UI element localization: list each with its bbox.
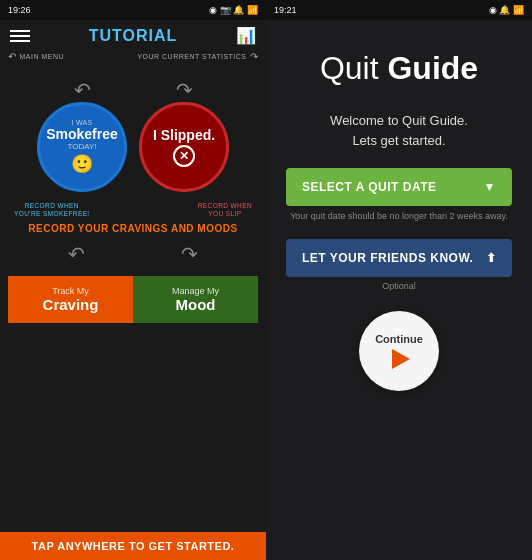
quit-word: Quit [320, 50, 388, 86]
hamburger-menu[interactable] [10, 30, 30, 42]
status-bar-right: 19:21 ◉ 🔔 📶 [266, 0, 532, 20]
craving-small-label: Track My [52, 286, 89, 296]
smiley-icon: 🙂 [71, 153, 93, 175]
time-left: 19:26 [8, 5, 31, 15]
mood-big-label: Mood [176, 296, 216, 313]
right-panel: 19:21 ◉ 🔔 📶 Quit Guide Welcome to Quit G… [266, 0, 532, 560]
craving-big-label: Craving [43, 296, 99, 313]
track-arrow-row: ↶ ↷ [0, 238, 266, 270]
friends-label: LET YOUR FRIENDS KNOW. [302, 251, 473, 265]
smokefree-label-small: I WAS [71, 119, 92, 126]
welcome-line2: Lets get started. [352, 133, 445, 148]
slipped-button[interactable]: I Slipped. ✕ [139, 102, 229, 192]
tutorial-title: TUTORIAL [89, 27, 178, 45]
smokefree-button[interactable]: I WAS Smokefree TODAY! 🙂 [37, 102, 127, 192]
welcome-line1: Welcome to Quit Guide. [330, 113, 468, 128]
status-icons-left: ◉ 📷 🔔 📶 [209, 5, 258, 15]
statistics-icon[interactable]: 📊 [236, 26, 256, 45]
select-date-label: SELECT A QUIT DATE [302, 180, 437, 194]
welcome-text: Welcome to Quit Guide. Lets get started. [266, 97, 532, 154]
status-bar-left: 19:26 ◉ 📷 🔔 📶 [0, 0, 266, 20]
continue-button-wrap: Continue [266, 311, 532, 391]
arrow-slipped: ↷ [176, 78, 193, 102]
guide-word: Guide [387, 50, 478, 86]
quit-guide-title: Quit Guide [320, 50, 478, 86]
arrow-hints: RECORD WHEN YOU'RE SMOKEFREE! RECORD WHE… [0, 202, 266, 219]
chevron-down-icon: ▼ [484, 180, 496, 194]
friends-button[interactable]: LET YOUR FRIENDS KNOW. ⬆ [286, 239, 512, 277]
select-quit-date-button[interactable]: SELECT A QUIT DATE ▼ [286, 168, 512, 206]
circles-row: ↶ I WAS Smokefree TODAY! 🙂 ↷ I Slipped. … [0, 68, 266, 202]
arrow-left-icon: ↶ [8, 51, 17, 62]
stats-label: YOUR CURRENT STATISTICS ↷ [137, 51, 258, 62]
cravings-moods-label: RECORD YOUR CRAVINGS AND MOODS [0, 219, 266, 238]
share-icon: ⬆ [486, 251, 497, 265]
arrow-mood: ↷ [181, 242, 198, 266]
quit-hint-text: Your quit date should be no longer than … [266, 206, 532, 227]
smokefree-label-today: TODAY! [67, 142, 96, 151]
sub-labels: ↶ MAIN MENU YOUR CURRENT STATISTICS ↷ [0, 51, 266, 68]
quit-guide-header: Quit Guide [266, 20, 532, 97]
time-right: 19:21 [274, 5, 297, 15]
tap-anywhere-label[interactable]: TAP ANYWHERE TO GET STARTED. [0, 532, 266, 560]
main-menu-label: ↶ MAIN MENU [8, 51, 64, 62]
arrow-right-icon: ↷ [250, 51, 259, 62]
mood-small-label: Manage My [172, 286, 219, 296]
track-craving-button[interactable]: Track My Craving [8, 276, 133, 323]
continue-button[interactable]: Continue [359, 311, 439, 391]
status-icons-right: ◉ 🔔 📶 [489, 5, 524, 15]
arrow-craving: ↶ [68, 242, 85, 266]
slipped-label: I Slipped. [153, 127, 215, 143]
smokefree-label-main: Smokefree [46, 126, 118, 142]
arrow-smokefree: ↶ [74, 78, 91, 102]
hint-smokefree: RECORD WHEN YOU'RE SMOKEFREE! [14, 202, 90, 219]
continue-label: Continue [375, 333, 423, 345]
play-icon [392, 349, 410, 369]
track-buttons: Track My Craving Manage My Mood [8, 276, 258, 323]
top-bar: TUTORIAL 📊 [0, 20, 266, 51]
left-panel: 19:26 ◉ 📷 🔔 📶 TUTORIAL 📊 ↶ MAIN MENU YOU… [0, 0, 266, 560]
optional-label: Optional [266, 277, 532, 295]
hint-slipped: RECORD WHEN YOU SLIP [198, 202, 252, 219]
x-icon: ✕ [173, 145, 195, 167]
manage-mood-button[interactable]: Manage My Mood [133, 276, 258, 323]
